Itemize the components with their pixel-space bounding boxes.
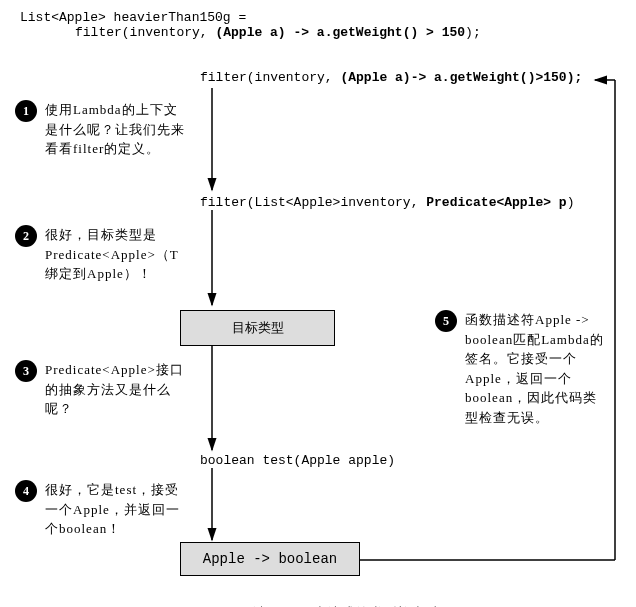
- target-type-box: 目标类型: [180, 310, 335, 346]
- step-4-text: 很好，它是test，接受一个Apple，并返回一个boolean！: [45, 480, 185, 539]
- code-line-1: List<Apple> heavierThan150g =: [20, 10, 626, 25]
- bullet-4: 4: [15, 480, 37, 502]
- step-3: 3 Predicate<Apple>接口的抽象方法又是什么呢？: [15, 360, 185, 419]
- step-5-text: 函数描述符Apple -> boolean匹配Lambda的签名。它接受一个Ap…: [465, 310, 610, 427]
- bullet-1: 1: [15, 100, 37, 122]
- step-2: 2 很好，目标类型是Predicate<Apple>（T绑定到Apple）！: [15, 225, 185, 284]
- step-1: 1 使用Lambda的上下文是什么呢？让我们先来看看filter的定义。: [15, 100, 185, 159]
- flow-filter-sig: filter(List<Apple>inventory, Predicate<A…: [200, 195, 575, 210]
- step-5: 5 函数描述符Apple -> boolean匹配Lambda的签名。它接受一个…: [435, 310, 610, 427]
- step-4: 4 很好，它是test，接受一个Apple，并返回一个boolean！: [15, 480, 185, 539]
- result-box: Apple -> boolean: [180, 542, 360, 576]
- header-code-block: List<Apple> heavierThan150g = filter(inv…: [20, 10, 626, 40]
- flow-test-method: boolean test(Apple apple): [200, 453, 395, 468]
- step-1-text: 使用Lambda的上下文是什么呢？让我们先来看看filter的定义。: [45, 100, 185, 159]
- flow-top-call: filter(inventory, (Apple a)-> a.getWeigh…: [200, 70, 582, 85]
- step-3-text: Predicate<Apple>接口的抽象方法又是什么呢？: [45, 360, 185, 419]
- bullet-2: 2: [15, 225, 37, 247]
- bullet-5: 5: [435, 310, 457, 332]
- step-2-text: 很好，目标类型是Predicate<Apple>（T绑定到Apple）！: [45, 225, 185, 284]
- code-line-2: filter(inventory, (Apple a) -> a.getWeig…: [20, 25, 626, 40]
- bullet-3: 3: [15, 360, 37, 382]
- diagram-area: filter(inventory, (Apple a)-> a.getWeigh…: [20, 70, 626, 600]
